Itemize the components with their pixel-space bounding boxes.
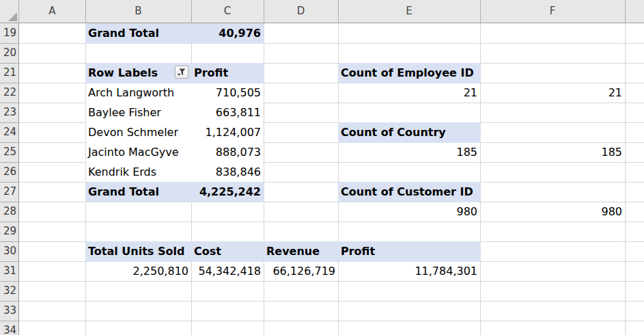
column-header-C[interactable]: C [191,0,264,23]
row-header-29[interactable]: 29 [0,222,18,241]
row-headers: 19202122232425262728293031323334 [0,23,19,335]
row-header-30[interactable]: 30 [0,241,18,261]
cell-E31[interactable]: 11,784,301 [338,261,480,281]
cell-E24[interactable]: Count of Country [338,122,480,142]
cell-D30[interactable]: Revenue [264,241,338,261]
row-header-32[interactable]: 32 [0,281,18,301]
cell-E27[interactable]: Count of Customer ID [338,182,480,202]
row-header-separator [0,122,18,123]
row-header-separator [0,63,18,64]
row-header-23[interactable]: 23 [0,103,18,122]
spreadsheet-grid: Grand Total40,976Row LabelsProfitArch La… [0,0,644,335]
row-header-22[interactable]: 22 [0,83,18,103]
row-header-28[interactable]: 28 [0,202,18,222]
row-header-31[interactable]: 31 [0,261,18,281]
cell-E22[interactable]: 21 [338,83,480,103]
row-header-26[interactable]: 26 [0,162,18,182]
column-headers: ABCDEF [0,0,644,23]
gridline [19,281,644,282]
row-header-24[interactable]: 24 [0,122,18,142]
cell-B27[interactable]: Grand Total [85,182,191,202]
row-header-21[interactable]: 21 [0,63,18,83]
cell-C19[interactable]: 40,976 [191,23,264,43]
row-header-separator [0,261,18,262]
cell-B25[interactable]: Jacinto MacGyve [85,142,191,162]
row-header-19[interactable]: 19 [0,23,18,43]
column-header-D[interactable]: D [264,0,338,23]
gridline [19,301,644,302]
row-header-separator [0,43,18,44]
gridline [625,23,626,335]
row-header-27[interactable]: 27 [0,182,18,202]
cell-E21[interactable]: Count of Employee ID [338,63,480,83]
cell-C21[interactable]: Profit [191,63,264,83]
cell-F22[interactable]: 21 [480,83,625,103]
funnel-with-arrow-icon [177,68,186,77]
cell-C24[interactable]: 1,124,007 [191,122,264,142]
row-header-separator [0,281,18,282]
row-header-separator [0,162,18,163]
select-all-button[interactable] [0,0,19,23]
cell-B31[interactable]: 2,250,810 [85,261,191,281]
row-labels-filter-button[interactable] [175,66,188,79]
cell-B22[interactable]: Arch Langworth [85,83,191,103]
cell-C23[interactable]: 663,811 [191,103,264,122]
column-header-B[interactable]: B [85,0,191,23]
column-header-separator [625,0,626,23]
row-header-20[interactable]: 20 [0,43,18,63]
cell-C22[interactable]: 710,505 [191,83,264,103]
column-header-E[interactable]: E [338,0,480,23]
row-header-separator [0,202,18,202]
cell-C26[interactable]: 838,846 [191,162,264,182]
gridline [19,321,644,321]
row-header-separator [0,83,18,83]
cell-C30[interactable]: Cost [191,241,264,261]
cell-B24[interactable]: Devon Schmeler [85,122,191,142]
cell-C25[interactable]: 888,073 [191,142,264,162]
cell-E30[interactable]: Profit [338,241,480,261]
cell-B26[interactable]: Kendrik Erds [85,162,191,182]
column-header-separator [85,0,86,23]
cell-C31[interactable]: 54,342,418 [191,261,264,281]
cell-F25[interactable]: 185 [480,142,625,162]
select-all-triangle-icon [8,12,17,21]
column-header-F[interactable]: F [480,0,625,23]
column-header-separator [480,0,481,23]
row-header-34[interactable]: 34 [0,321,18,335]
cell-E28[interactable]: 980 [338,202,480,222]
row-header-separator [0,142,18,143]
row-header-separator [0,103,18,103]
row-header-separator [0,182,18,183]
row-header-33[interactable]: 33 [0,301,18,321]
row-header-separator [0,321,18,321]
cell-B23[interactable]: Baylee Fisher [85,103,191,122]
gridline [19,222,644,222]
cell-B19[interactable]: Grand Total [85,23,191,43]
cell-E25[interactable]: 185 [338,142,480,162]
column-header-separator [191,0,192,23]
row-header-separator [0,301,18,302]
cell-F28[interactable]: 980 [480,202,625,222]
row-header-separator [0,222,18,222]
column-header-A[interactable]: A [19,0,85,23]
cell-C27[interactable]: 4,225,242 [191,182,264,202]
cell-B30[interactable]: Total Units Sold [85,241,191,261]
column-header-separator [338,0,339,23]
row-header-25[interactable]: 25 [0,142,18,162]
cell-D31[interactable]: 66,126,719 [264,261,338,281]
column-header-separator [264,0,264,23]
row-header-separator [0,241,18,242]
